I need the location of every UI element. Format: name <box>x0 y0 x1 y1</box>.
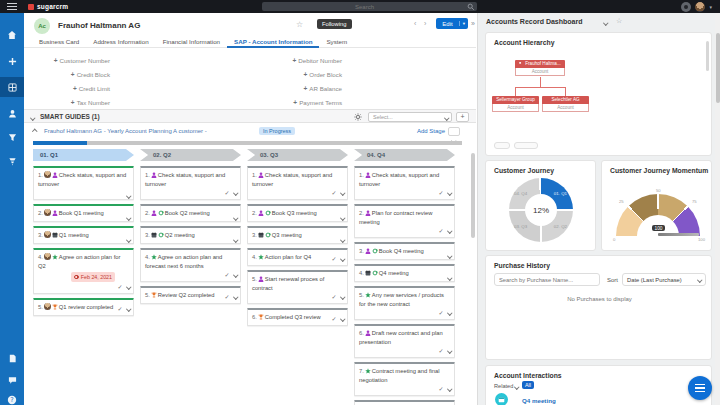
chevron-down-icon[interactable] <box>340 191 345 196</box>
favorite-star-icon[interactable]: ☆ <box>296 20 303 29</box>
sidebar-item-contacts[interactable] <box>0 103 24 123</box>
complete-check-button[interactable]: ✓ <box>331 255 336 263</box>
task-card[interactable]: 3.Q3 meeting <box>247 226 348 244</box>
next-record-icon[interactable]: › <box>424 20 426 27</box>
complete-check-button[interactable]: ✓ <box>224 271 229 279</box>
field-label[interactable]: +Credit Block <box>24 68 110 82</box>
task-card[interactable]: 4.Q4 meeting <box>354 264 455 282</box>
record-tab[interactable]: Address Information <box>86 36 155 48</box>
complete-check-button[interactable]: ✓ <box>438 189 443 197</box>
complete-check-button[interactable]: ✓ <box>438 347 443 355</box>
gear-icon[interactable] <box>354 113 362 121</box>
chevron-down-icon[interactable] <box>126 237 131 242</box>
sidebar-item-documentation[interactable] <box>0 348 24 368</box>
field-label[interactable]: +Tax Number <box>24 96 110 110</box>
complete-check-button[interactable]: ✓ <box>438 309 443 317</box>
task-card[interactable]: 2.Book Q3 meeting <box>247 204 348 222</box>
field-label[interactable]: +Customer Number <box>24 54 110 68</box>
task-card[interactable]: 5.Q1 review completed ✓ <box>33 298 134 316</box>
chevron-down-icon[interactable] <box>447 275 452 280</box>
task-card[interactable]: 3.Book Q4 meeting <box>354 242 455 260</box>
field-label[interactable]: +Payment Terms <box>234 96 342 110</box>
complete-check-button[interactable]: ✓ <box>117 305 122 313</box>
previous-record-icon[interactable]: ‹ <box>414 20 416 27</box>
sidebar-item-home[interactable] <box>0 25 24 45</box>
complete-check-button[interactable]: ✓ <box>438 385 443 393</box>
global-search[interactable] <box>262 2 477 11</box>
sidebar-item-help[interactable]: ? <box>0 390 24 405</box>
task-card[interactable]: 5.Review Q2 completed ✓ <box>140 286 241 304</box>
task-card[interactable]: 6.Draft new contract and plan presentati… <box>354 324 455 358</box>
complete-check-button[interactable]: ✓ <box>331 293 336 301</box>
hierarchy-zoom-button[interactable] <box>494 142 510 149</box>
chevron-down-icon[interactable] <box>126 307 131 312</box>
hierarchy-node-child[interactable]: Selechtler AG Account <box>542 96 589 112</box>
chevron-down-icon[interactable] <box>233 191 238 196</box>
chevron-down-icon[interactable] <box>126 193 131 198</box>
chevron-down-icon[interactable] <box>233 237 238 242</box>
task-card[interactable]: 4.Agree on action plan for Q2 Feb 24, 20… <box>33 248 134 294</box>
sidebar-item-create[interactable] <box>0 51 24 71</box>
main-menu-icon[interactable] <box>7 3 17 10</box>
collapse-guide-icon[interactable] <box>32 129 37 134</box>
purchase-sort-dropdown[interactable]: Date (Last Purchase) <box>622 273 706 286</box>
main-scrollbar[interactable] <box>471 153 475 238</box>
guide-title-link[interactable]: Frauhof Haltmann AG - Yearly Account Pla… <box>44 128 207 134</box>
purchase-search-input[interactable] <box>494 273 600 286</box>
chevron-down-icon[interactable] <box>233 215 238 220</box>
chevron-down-icon[interactable] <box>447 387 452 392</box>
chevron-down-icon[interactable] <box>126 285 131 290</box>
notifications-icon[interactable] <box>681 2 691 12</box>
dashboard-caret-icon[interactable] <box>603 20 608 25</box>
user-menu-caret-icon[interactable]: ▾ <box>709 4 712 10</box>
dashboard-title[interactable]: Accounts Record Dashboard <box>486 18 582 25</box>
chevron-down-icon[interactable] <box>340 317 345 322</box>
interaction-item-link[interactable]: Q4 meeting <box>522 397 556 404</box>
record-tab[interactable]: Business Card <box>32 36 86 48</box>
stage-header[interactable]: 02. Q2 <box>140 149 241 161</box>
chevron-down-icon[interactable] <box>340 237 345 242</box>
scrollbar-thumb[interactable] <box>716 33 720 103</box>
panel-scrollbar[interactable] <box>706 41 709 71</box>
task-card[interactable]: 3.Q2 meeting <box>140 226 241 244</box>
chevron-down-icon[interactable] <box>340 295 345 300</box>
hierarchy-node-child[interactable]: Sellermayer Group Account <box>492 96 539 112</box>
add-stage-caret-button[interactable] <box>448 127 460 136</box>
record-tab[interactable]: System <box>319 36 354 48</box>
task-card[interactable]: 2.Plan for contract review meeting ✓ <box>354 204 455 238</box>
sidebar-item-feedback[interactable] <box>0 370 24 390</box>
chevron-down-icon[interactable] <box>447 311 452 316</box>
add-guide-button[interactable]: + <box>456 112 469 122</box>
following-button[interactable]: Following <box>317 19 352 29</box>
collapse-section-icon[interactable] <box>30 115 35 120</box>
task-card[interactable]: 6.Completed Q3 review ✓ <box>247 308 348 326</box>
record-tab[interactable]: Financial Information <box>156 36 227 48</box>
filter-chip-all[interactable]: All <box>522 381 534 389</box>
task-card[interactable]: 7.Contract meeting and final negotiation… <box>354 362 455 396</box>
hierarchy-node-root[interactable]: Frauhof Haltma... Account <box>515 60 565 76</box>
task-card[interactable]: 5.Any new services / products for the ne… <box>354 286 455 320</box>
app-logo[interactable]: sugarcrm <box>28 3 68 10</box>
chevron-down-icon[interactable] <box>340 215 345 220</box>
complete-check-button[interactable]: ✓ <box>224 293 229 301</box>
edit-button[interactable]: Edit ▾ <box>436 18 468 29</box>
field-label[interactable]: +Debitor Number <box>234 54 342 68</box>
complete-check-button[interactable]: ✓ <box>224 189 229 197</box>
task-card[interactable]: 8.Contract signed ✓ <box>354 400 455 405</box>
chevron-down-icon[interactable] <box>447 191 452 196</box>
stage-header[interactable]: 01. Q1 <box>33 149 134 161</box>
task-card[interactable]: 1.Check status, support and turnover ✓ <box>354 166 455 200</box>
field-label[interactable]: +AR Balance <box>234 82 342 96</box>
field-label[interactable]: +Order Block <box>234 68 342 82</box>
related-filter-dropdown[interactable]: Related <box>494 383 519 389</box>
complete-check-button[interactable]: ✓ <box>438 227 443 235</box>
task-card[interactable]: 1.Check status, support and turnover <box>33 166 134 200</box>
task-card[interactable]: 4.Agree on action plan and forecast next… <box>140 248 241 282</box>
chevron-down-icon[interactable] <box>233 295 238 300</box>
task-card[interactable]: 2.Book Q2 meeting <box>140 204 241 222</box>
chevron-down-icon[interactable] <box>447 229 452 234</box>
chevron-down-icon[interactable] <box>233 273 238 278</box>
dashboard-star-icon[interactable]: ☆ <box>616 17 622 25</box>
complete-check-button[interactable]: ✓ <box>117 283 122 291</box>
task-card[interactable]: 4.Action plan for Q4 ✓ <box>247 248 348 266</box>
